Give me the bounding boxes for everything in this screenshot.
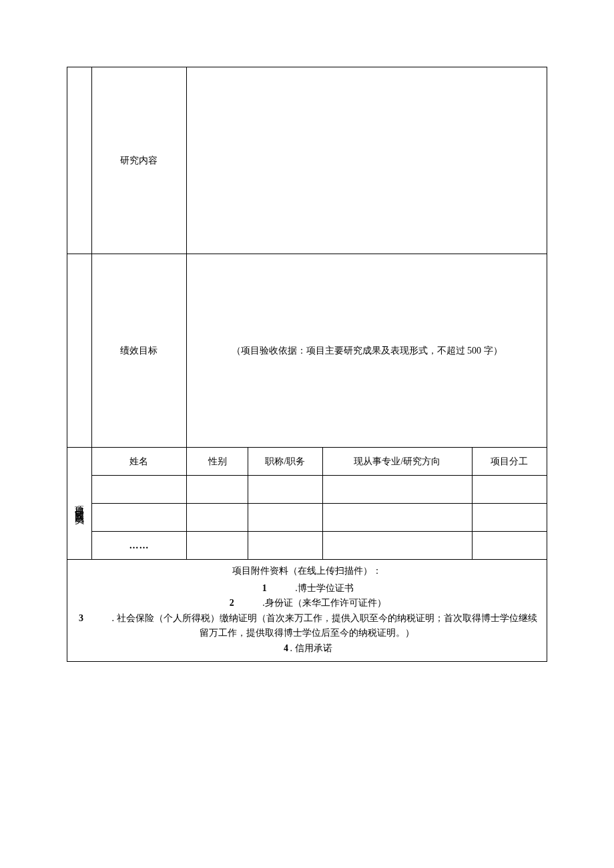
attachment-text: .身份证（来华工作许可证件） — [262, 598, 386, 608]
cell-gender — [187, 504, 248, 532]
attachment-num: 1 — [260, 581, 268, 596]
attachment-item: 4. 信用承诺 — [73, 641, 541, 656]
cell-gender — [187, 532, 248, 560]
cell-name — [91, 476, 187, 504]
attachments-row: 项目附件资料（在线上传扫描件）： 1.博士学位证书 2.身份证（来华工作许可证件… — [67, 560, 547, 662]
col-header-gender: 性别 — [187, 448, 248, 476]
table-row: 研究内容 — [67, 67, 547, 254]
team-header-row: 项目研究团队成员 姓名 性别 职称/职务 现从事专业/研究方向 项目分工 — [67, 448, 547, 476]
research-content-label: 研究内容 — [91, 67, 187, 254]
attachments-title: 项目附件资料（在线上传扫描件）： — [73, 565, 541, 577]
attachments-cell: 项目附件资料（在线上传扫描件）： 1.博士学位证书 2.身份证（来华工作许可证件… — [67, 560, 547, 662]
cell-role — [472, 504, 547, 532]
col-header-field: 现从事专业/研究方向 — [322, 448, 472, 476]
team-row: …… — [67, 532, 547, 560]
attachment-item: 3. 社会保险（个人所得税）缴纳证明（首次来万工作，提供入职至今的纳税证明；首次… — [73, 611, 541, 641]
table-row: 绩效目标 （项目验收依据：项目主要研究成果及表现形式，不超过 500 字） — [67, 254, 547, 448]
row-group-spacer — [67, 67, 92, 254]
performance-goal-note: （项目验收依据：项目主要研究成果及表现形式，不超过 500 字） — [187, 254, 547, 448]
research-content-value — [187, 67, 547, 254]
cell-title — [248, 476, 322, 504]
col-header-name: 姓名 — [91, 448, 187, 476]
cell-role — [472, 476, 547, 504]
attachment-item: 1.博士学位证书 — [73, 581, 541, 596]
team-row — [67, 504, 547, 532]
attachment-num: 2 — [228, 596, 236, 610]
cell-title — [248, 532, 322, 560]
attachment-num: 4 — [282, 641, 290, 656]
col-header-role: 项目分工 — [472, 448, 547, 476]
col-header-title: 职称/职务 — [248, 448, 322, 476]
team-group-label: 项目研究团队成员 — [67, 448, 92, 560]
team-row — [67, 476, 547, 504]
cell-role — [472, 532, 547, 560]
cell-field — [322, 476, 472, 504]
cell-title — [248, 504, 322, 532]
cell-field — [322, 532, 472, 560]
attachment-text: . 信用承诺 — [290, 643, 332, 653]
cell-field — [322, 504, 472, 532]
attachment-num: 3 — [77, 611, 85, 626]
cell-name — [91, 504, 187, 532]
attachment-text: . 社会保险（个人所得税）缴纳证明（首次来万工作，提供入职至今的纳税证明；首次取… — [112, 613, 537, 638]
attachment-item: 2.身份证（来华工作许可证件） — [73, 596, 541, 610]
cell-name-ellipsis: …… — [91, 532, 187, 560]
performance-goal-label: 绩效目标 — [91, 254, 187, 448]
row-group-spacer — [67, 254, 92, 448]
form-table: 研究内容 绩效目标 （项目验收依据：项目主要研究成果及表现形式，不超过 500 … — [67, 67, 547, 662]
cell-gender — [187, 476, 248, 504]
attachment-text: .博士学位证书 — [295, 583, 354, 593]
